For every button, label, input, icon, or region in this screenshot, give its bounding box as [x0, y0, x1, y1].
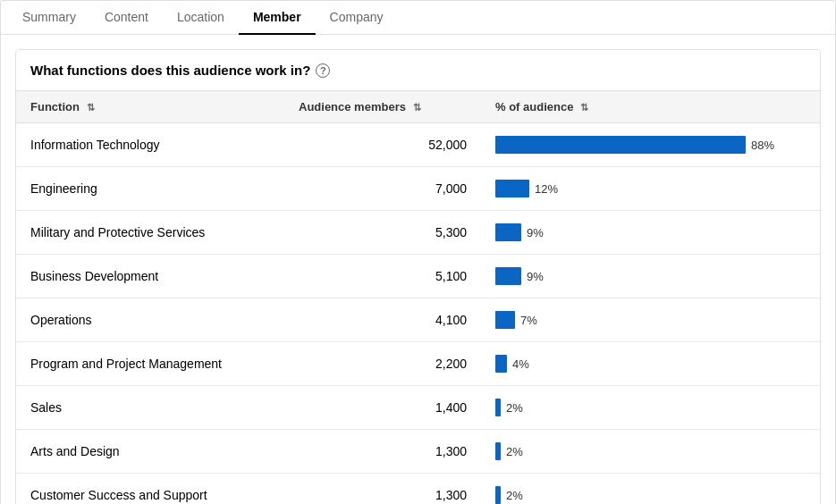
- cell-pct: 9%: [481, 211, 820, 255]
- cell-members: 1,300: [284, 474, 481, 505]
- bar-label: 9%: [527, 226, 544, 239]
- cell-pct: 88%: [481, 123, 820, 167]
- functions-table: Function ⇅ Audience members ⇅ % of audie…: [16, 91, 820, 504]
- bar-container: 88%: [495, 136, 806, 154]
- bar-label: 9%: [527, 270, 544, 283]
- bar-container: 2%: [495, 399, 806, 416]
- bar-label: 4%: [512, 357, 529, 371]
- bar-label: 2%: [506, 489, 523, 502]
- bar-container: 12%: [495, 180, 806, 197]
- cell-members: 5,300: [284, 211, 481, 255]
- cell-pct: 2%: [481, 474, 820, 505]
- main-content: What functions does this audience work i…: [1, 35, 835, 504]
- table-row: Customer Success and Support 1,300 2%: [16, 474, 820, 505]
- header-pct[interactable]: % of audience ⇅: [481, 91, 820, 123]
- cell-function: Program and Project Management: [16, 342, 284, 386]
- cell-function: Military and Protective Services: [16, 211, 284, 255]
- bar: [495, 355, 507, 373]
- sort-icon-pct: ⇅: [580, 102, 588, 113]
- bar-label: 2%: [506, 401, 523, 415]
- bar-label: 7%: [520, 314, 537, 327]
- bar: [495, 136, 746, 154]
- header-audience[interactable]: Audience members ⇅: [284, 91, 481, 123]
- table-row: Arts and Design 1,300 2%: [16, 430, 820, 474]
- cell-function: Information Technology: [16, 123, 284, 167]
- bar-container: 2%: [495, 442, 806, 460]
- bar: [495, 442, 501, 460]
- table-row: Sales 1,400 2%: [16, 386, 820, 430]
- card-title: What functions does this audience work i…: [16, 50, 820, 91]
- table-row: Operations 4,100 7%: [16, 298, 820, 342]
- bar-container: 9%: [495, 223, 806, 241]
- sort-icon-audience: ⇅: [413, 102, 421, 113]
- bar: [495, 486, 501, 504]
- table-row: Engineering 7,000 12%: [16, 167, 820, 211]
- cell-members: 52,000: [284, 123, 481, 167]
- cell-members: 4,100: [284, 298, 481, 342]
- cell-members: 1,400: [284, 386, 481, 430]
- cell-pct: 9%: [481, 255, 820, 298]
- card-title-text: What functions does this audience work i…: [30, 63, 310, 78]
- cell-pct: 7%: [481, 298, 820, 342]
- bar: [495, 180, 529, 197]
- cell-function: Sales: [16, 386, 284, 430]
- bar-container: 7%: [495, 311, 806, 329]
- tab-summary[interactable]: Summary: [8, 1, 90, 35]
- help-icon[interactable]: ?: [316, 63, 330, 78]
- table-row: Business Development 5,100 9%: [16, 255, 820, 298]
- cell-members: 2,200: [284, 342, 481, 386]
- bar-container: 9%: [495, 267, 806, 285]
- cell-pct: 2%: [481, 430, 820, 474]
- bar-label: 12%: [535, 182, 558, 196]
- table-row: Military and Protective Services 5,300 9…: [16, 211, 820, 255]
- tab-member[interactable]: Member: [239, 1, 316, 35]
- table-header-row: Function ⇅ Audience members ⇅ % of audie…: [16, 91, 820, 123]
- app-container: SummaryContentLocationMemberCompany What…: [0, 0, 836, 504]
- bar-label: 88%: [751, 139, 774, 152]
- cell-members: 7,000: [284, 167, 481, 211]
- tab-bar: SummaryContentLocationMemberCompany: [1, 1, 835, 35]
- functions-card: What functions does this audience work i…: [15, 49, 821, 504]
- tab-company[interactable]: Company: [316, 1, 398, 35]
- tab-content[interactable]: Content: [90, 1, 163, 35]
- cell-members: 1,300: [284, 430, 481, 474]
- cell-function: Engineering: [16, 167, 284, 211]
- bar: [495, 223, 521, 241]
- tab-location[interactable]: Location: [163, 1, 239, 35]
- table-row: Program and Project Management 2,200 4%: [16, 342, 820, 386]
- bar: [495, 399, 501, 416]
- bar-container: 4%: [495, 355, 806, 373]
- bar-container: 2%: [495, 486, 806, 504]
- sort-icon-function: ⇅: [87, 102, 95, 113]
- cell-pct: 2%: [481, 386, 820, 430]
- cell-function: Business Development: [16, 255, 284, 298]
- bar: [495, 267, 521, 285]
- header-function[interactable]: Function ⇅: [16, 91, 284, 123]
- cell-members: 5,100: [284, 255, 481, 298]
- bar-label: 2%: [506, 445, 523, 458]
- cell-function: Customer Success and Support: [16, 474, 284, 505]
- table-row: Information Technology 52,000 88%: [16, 123, 820, 167]
- cell-pct: 12%: [481, 167, 820, 211]
- cell-pct: 4%: [481, 342, 820, 386]
- cell-function: Operations: [16, 298, 284, 342]
- bar: [495, 311, 515, 329]
- cell-function: Arts and Design: [16, 430, 284, 474]
